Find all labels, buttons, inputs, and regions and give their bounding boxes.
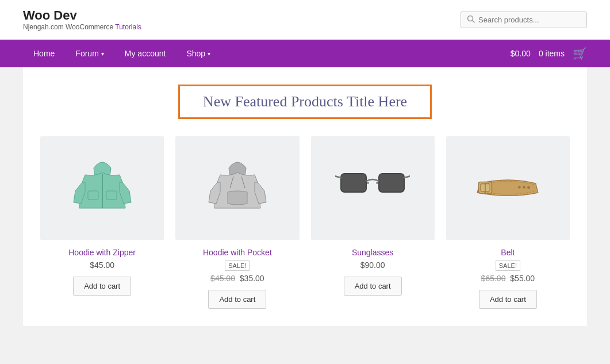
svg-point-13 — [528, 186, 531, 189]
search-input[interactable] — [478, 16, 581, 24]
nav-item-shop[interactable]: Shop ▾ — [176, 40, 221, 67]
site-title: Woo Dev — [23, 8, 141, 23]
main-content: New Featured Products Title Here — [23, 67, 587, 326]
belt-image — [470, 151, 545, 225]
product-image-belt — [446, 136, 570, 240]
svg-point-11 — [367, 182, 369, 184]
product-card-sunglasses: Sunglasses $90.00 Add to cart — [311, 136, 435, 309]
nav-item-myaccount[interactable]: My account — [114, 40, 177, 67]
product-price-sunglasses: $90.00 — [311, 260, 435, 270]
cart-items-count: 0 items — [539, 49, 565, 58]
svg-rect-8 — [379, 174, 404, 192]
product-image-hoodie-zipper — [40, 136, 164, 240]
product-name-sunglasses[interactable]: Sunglasses — [311, 248, 435, 257]
add-to-cart-hoodie-zipper[interactable]: Add to cart — [73, 277, 131, 296]
svg-point-14 — [523, 186, 525, 189]
product-price-hoodie-zipper: $45.00 — [40, 260, 164, 270]
site-nav: Home Forum ▾ My account Shop ▾ $0.00 0 i… — [0, 40, 610, 67]
subtitle-prefix: Njengah.com WooCommerce — [23, 23, 113, 31]
forum-dropdown-arrow: ▾ — [101, 51, 104, 57]
product-price-belt: $65.00 $55.00 — [446, 274, 570, 283]
nav-item-home[interactable]: Home — [23, 40, 65, 67]
products-grid: Hoodie with Zipper $45.00 Add to cart — [40, 136, 570, 309]
search-wrap[interactable] — [461, 12, 587, 28]
search-icon — [467, 15, 475, 25]
product-price-hoodie-pocket: $45.00 $35.00 — [175, 274, 299, 283]
cart-icon[interactable]: 🛒 — [573, 47, 587, 60]
product-name-hoodie-zipper[interactable]: Hoodie with Zipper — [40, 248, 164, 257]
svg-point-12 — [376, 182, 378, 184]
product-image-hoodie-pocket — [175, 136, 299, 240]
sale-badge-belt: SALE! — [446, 260, 570, 274]
featured-title-wrap: New Featured Products Title Here — [40, 85, 570, 119]
nav-left: Home Forum ▾ My account Shop ▾ — [23, 40, 221, 67]
site-branding: Woo Dev Njengah.com WooCommerce Tutorial… — [23, 8, 141, 31]
product-name-belt[interactable]: Belt — [446, 248, 570, 257]
svg-point-15 — [518, 186, 521, 189]
add-to-cart-hoodie-pocket[interactable]: Add to cart — [208, 290, 266, 309]
svg-line-9 — [335, 175, 341, 178]
shop-dropdown-arrow: ▾ — [208, 51, 210, 57]
nav-right: $0.00 0 items 🛒 — [511, 47, 587, 60]
svg-rect-7 — [341, 174, 366, 192]
subtitle-link[interactable]: Tutorials — [115, 23, 141, 31]
product-card-belt: Belt SALE! $65.00 $55.00 Add to cart — [446, 136, 570, 309]
product-card-hoodie-zipper: Hoodie with Zipper $45.00 Add to cart — [40, 136, 164, 309]
hoodie-pocket-image — [200, 151, 275, 225]
site-subtitle: Njengah.com WooCommerce Tutorials — [23, 23, 141, 31]
sale-badge-hoodie-pocket: SALE! — [175, 260, 299, 274]
product-card-hoodie-pocket: Hoodie with Pocket SALE! $45.00 $35.00 A… — [175, 136, 299, 309]
product-name-hoodie-pocket[interactable]: Hoodie with Pocket — [175, 248, 299, 257]
product-image-sunglasses — [311, 136, 435, 240]
featured-title: New Featured Products Title Here — [178, 85, 432, 119]
add-to-cart-belt[interactable]: Add to cart — [479, 290, 537, 309]
cart-total: $0.00 — [511, 49, 531, 58]
svg-line-1 — [473, 20, 475, 22]
svg-line-10 — [404, 175, 410, 178]
add-to-cart-sunglasses[interactable]: Add to cart — [344, 277, 402, 296]
hoodie-zipper-image — [65, 151, 140, 225]
site-header: Woo Dev Njengah.com WooCommerce Tutorial… — [0, 0, 610, 40]
sunglasses-image — [335, 151, 410, 225]
nav-item-forum[interactable]: Forum ▾ — [65, 40, 114, 67]
